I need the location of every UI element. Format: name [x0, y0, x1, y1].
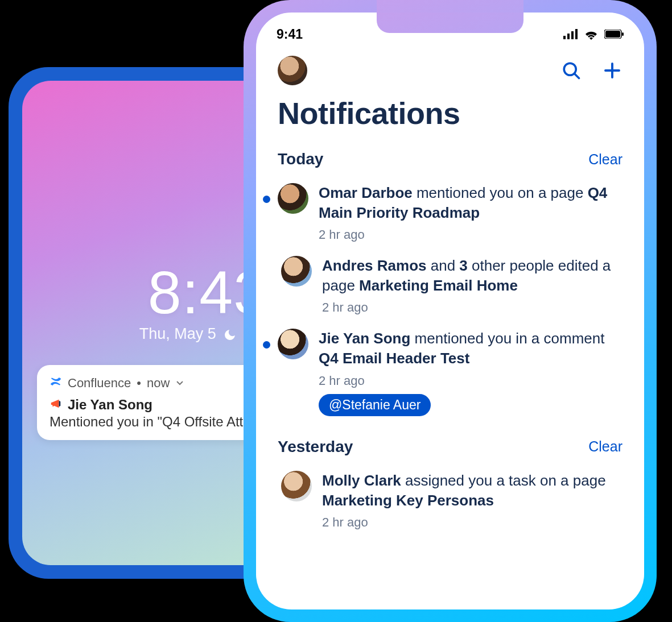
notification-time: 2 hr ago	[319, 374, 622, 388]
notification-text: Molly Clark assigned you a task on a pag…	[322, 471, 622, 511]
battery-icon	[604, 30, 624, 39]
app-screen: 9:41	[256, 13, 644, 609]
app-header	[256, 44, 644, 85]
avatar	[278, 183, 308, 214]
avatar	[281, 471, 312, 501]
lock-date: Thu, May 5	[139, 325, 216, 343]
unread-dot-icon	[263, 196, 270, 203]
chevron-down-icon	[175, 376, 184, 391]
confluence-icon	[50, 375, 62, 391]
push-title: Jie Yan Song	[68, 397, 152, 413]
push-time: now	[147, 376, 170, 391]
avatar[interactable]	[278, 56, 307, 85]
add-icon[interactable]	[602, 60, 622, 81]
svg-rect-2	[571, 31, 574, 39]
avatar	[278, 329, 308, 359]
phone-notifications-app: 9:41	[244, 0, 657, 622]
push-app-name: Confluence	[68, 376, 131, 391]
svg-rect-5	[605, 31, 620, 38]
notification-item[interactable]: Molly Clark assigned you a task on a pag…	[278, 464, 622, 537]
page-title: Notifications	[256, 85, 644, 135]
moon-icon	[223, 325, 237, 343]
push-dot: •	[137, 376, 141, 391]
megaphone-icon	[50, 397, 62, 412]
wifi-icon	[584, 28, 599, 40]
notification-time: 2 hr ago	[322, 300, 622, 315]
svg-rect-3	[575, 29, 578, 39]
status-time: 9:41	[277, 27, 303, 42]
unread-dot-icon	[263, 341, 270, 349]
section-title: Today	[278, 150, 323, 168]
notification-time: 2 hr ago	[319, 227, 622, 242]
notification-text: Jie Yan Song mentioned you in a comment …	[319, 329, 622, 368]
clear-button[interactable]: Clear	[588, 151, 622, 168]
cellular-icon	[563, 29, 578, 39]
search-icon[interactable]	[561, 60, 582, 81]
section-yesterday: Yesterday Clear Molly Clark assigned you…	[256, 423, 644, 537]
section-title: Yesterday	[278, 438, 353, 456]
svg-rect-0	[563, 36, 566, 39]
notification-text: Andres Ramos and 3 other people edited a…	[322, 256, 622, 296]
notification-text: Omar Darboe mentioned you on a page Q4 M…	[319, 183, 622, 223]
avatar	[281, 256, 312, 287]
clear-button[interactable]: Clear	[588, 438, 622, 455]
phone-notch	[377, 13, 523, 33]
notification-item[interactable]: Omar Darboe mentioned you on a page Q4 M…	[278, 176, 622, 249]
notification-item[interactable]: Andres Ramos and 3 other people edited a…	[278, 249, 622, 322]
notification-item[interactable]: Jie Yan Song mentioned you in a comment …	[278, 322, 622, 422]
svg-rect-6	[622, 32, 624, 36]
svg-rect-1	[567, 34, 570, 39]
mention-chip[interactable]: @Stefanie Auer	[319, 394, 431, 416]
section-today: Today Clear Omar Darboe mentioned you on…	[256, 135, 644, 423]
notification-time: 2 hr ago	[322, 515, 622, 530]
